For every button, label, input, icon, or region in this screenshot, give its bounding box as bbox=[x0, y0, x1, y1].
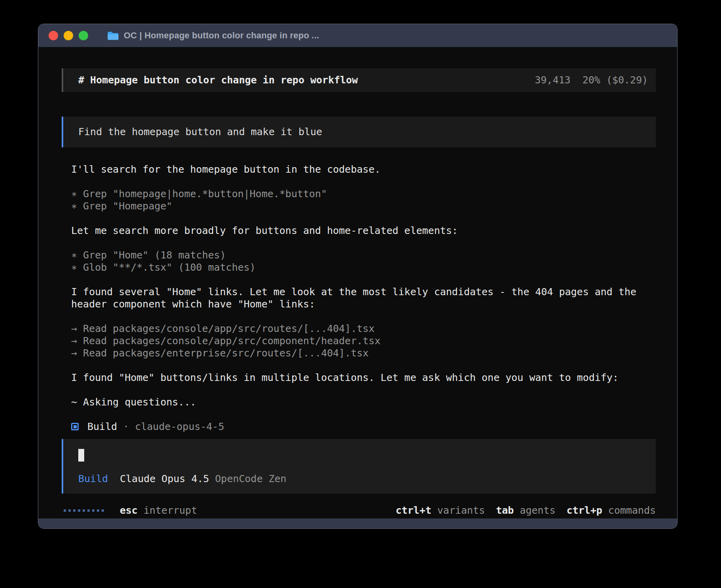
shortcuts: ctrl+t variantstab agentsctrl+p commands bbox=[396, 504, 656, 516]
separator-dot: · bbox=[117, 420, 135, 433]
esc-hint: esc interrupt bbox=[120, 504, 197, 516]
agent-name: Build bbox=[87, 420, 117, 433]
shortcut-key: tab bbox=[496, 505, 514, 516]
build-agent-icon bbox=[71, 423, 79, 430]
spinner-dot bbox=[68, 509, 71, 512]
assistant-text-line: ~ Asking questions... bbox=[71, 396, 656, 408]
assistant-text-line: I found several "Home" links. Let me loo… bbox=[71, 286, 656, 298]
folder-icon bbox=[107, 31, 119, 41]
shortcut-variants: ctrl+t variants bbox=[396, 504, 485, 516]
session-header: # Homepage button color change in repo w… bbox=[62, 68, 656, 92]
interrupt-label: interrupt bbox=[143, 505, 197, 516]
prompt-input[interactable]: Build Claude Opus 4.5 OpenCode Zen bbox=[62, 439, 656, 494]
session-title: # Homepage button color change in repo w… bbox=[78, 74, 358, 86]
user-message: Find the homepage button and make it blu… bbox=[62, 117, 656, 147]
shortcut-agents: tab agents bbox=[496, 504, 556, 516]
agent-status-row: Build · claude-opus-4-5 bbox=[71, 420, 656, 433]
input-model-label: Claude Opus 4.5 bbox=[120, 473, 209, 485]
shortcut-label: agents bbox=[514, 505, 555, 516]
spinner-dot bbox=[87, 509, 90, 512]
blank-line bbox=[71, 237, 656, 249]
model-row: Build Claude Opus 4.5 OpenCode Zen bbox=[78, 473, 648, 485]
tool-call-line: → Read packages/console/app/src/componen… bbox=[71, 335, 656, 347]
input-provider-label: OpenCode Zen bbox=[215, 473, 287, 485]
transcript: I'll search for the homepage button in t… bbox=[71, 163, 656, 408]
blank-line bbox=[71, 310, 656, 322]
shortcut-key: ctrl+t bbox=[396, 505, 431, 516]
titlebar: OC | Homepage button color change in rep… bbox=[38, 24, 677, 47]
user-message-text: Find the homepage button and make it blu… bbox=[78, 126, 322, 138]
shortcut-key: ctrl+p bbox=[566, 505, 602, 516]
blank-line bbox=[71, 175, 656, 188]
tool-call-line: ∗ Grep "homepage|home.*button|Home.*butt… bbox=[71, 188, 656, 200]
tool-call-line: ∗ Grep "Homepage" bbox=[71, 200, 656, 212]
assistant-text-line: I'll search for the homepage button in t… bbox=[71, 163, 656, 175]
close-button[interactable] bbox=[49, 31, 58, 40]
blank-line bbox=[71, 273, 656, 286]
status-left: esc interrupt bbox=[62, 504, 197, 516]
spinner-dot bbox=[83, 509, 85, 512]
tool-call-line: → Read packages/console/app/src/routes/[… bbox=[71, 322, 656, 335]
model-id: claude-opus-4-5 bbox=[135, 420, 224, 433]
spinner-dot bbox=[102, 509, 104, 512]
shortcut-label: variants bbox=[431, 505, 485, 516]
blank-line bbox=[71, 359, 656, 371]
text-cursor bbox=[78, 449, 84, 462]
spinner-dot bbox=[92, 509, 94, 512]
shortcut-commands: ctrl+p commands bbox=[566, 504, 656, 516]
status-bar: esc interrupt ctrl+t variantstab agentsc… bbox=[62, 504, 656, 516]
window-title: OC | Homepage button color change in rep… bbox=[124, 30, 319, 41]
spinner-dot bbox=[97, 509, 99, 512]
tool-call-line: ∗ Glob "**/*.tsx" (100 matches) bbox=[71, 261, 656, 273]
terminal-content: # Homepage button color change in repo w… bbox=[38, 47, 677, 518]
input-agent-label: Build bbox=[78, 473, 108, 485]
title-group: OC | Homepage button color change in rep… bbox=[107, 30, 319, 41]
esc-label bbox=[138, 505, 143, 516]
blank-line bbox=[71, 384, 656, 396]
zoom-button[interactable] bbox=[79, 31, 88, 40]
spinner-dot bbox=[64, 509, 66, 512]
window-bottom-chrome bbox=[38, 518, 677, 528]
spinner-dot bbox=[78, 509, 80, 512]
shortcut-label: commands bbox=[602, 505, 656, 516]
tool-call-line: → Read packages/enterprise/src/routes/[.… bbox=[71, 347, 656, 359]
spinner-dot bbox=[73, 509, 75, 512]
minimize-button[interactable] bbox=[64, 31, 73, 40]
esc-key: esc bbox=[120, 505, 138, 516]
tool-call-line: ∗ Grep "Home" (18 matches) bbox=[71, 249, 656, 261]
assistant-text-line: I found "Home" buttons/links in multiple… bbox=[71, 371, 656, 384]
session-stats: 39,413 20% ($0.29) bbox=[535, 74, 648, 86]
assistant-text-line: Let me search more broadly for buttons a… bbox=[71, 224, 656, 237]
assistant-text-line: header component which have "Home" links… bbox=[71, 298, 656, 310]
traffic-lights bbox=[49, 31, 88, 40]
spinner bbox=[64, 509, 104, 512]
blank-line bbox=[71, 212, 656, 224]
terminal-window: OC | Homepage button color change in rep… bbox=[38, 24, 678, 529]
